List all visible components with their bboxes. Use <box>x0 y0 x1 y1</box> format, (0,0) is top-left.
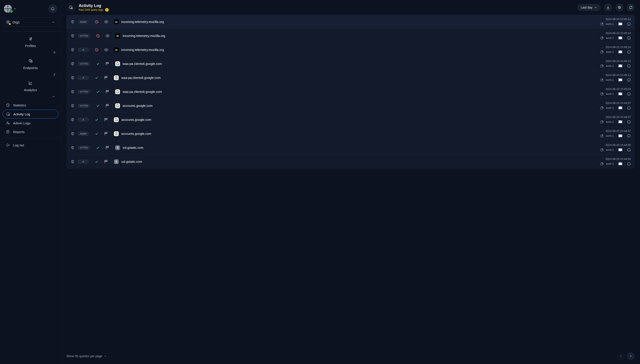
protocol-icon: DOH <box>70 132 75 136</box>
separator <box>93 146 93 150</box>
notifications-button[interactable] <box>48 4 57 13</box>
nav-logout[interactable]: Log out <box>3 141 58 149</box>
log-row[interactable]: DOHAaccounts.google.com2024-09-20 15:44:… <box>67 113 635 127</box>
country-flag-icon <box>618 64 622 67</box>
footer: Show 50 queries per page <box>61 349 640 364</box>
country-flag-icon <box>618 162 622 165</box>
nav-endpoints[interactable]: Endpoints 2 <box>3 57 58 78</box>
refresh-button[interactable] <box>627 4 635 11</box>
app-logo[interactable] <box>4 5 17 13</box>
log-right: 2024-09-20 15:45:13work-1 <box>600 60 631 68</box>
svg-rect-60 <box>107 146 108 148</box>
nav-admin-logs[interactable]: Admin Logs <box>3 119 58 127</box>
info-button[interactable] <box>627 92 631 96</box>
protocol-icon: DOH <box>70 104 75 108</box>
separator <box>624 120 625 124</box>
favicon-icon: m <box>115 34 120 38</box>
separator <box>93 90 93 94</box>
country-flag-icon <box>618 22 622 25</box>
endpoint-label: work-1 <box>606 134 614 138</box>
log-left: DOHA <box>70 76 119 80</box>
log-row[interactable]: DOHHTTPSwaa-pa.clients6.google.com2024-0… <box>67 57 635 71</box>
page-header: Activity Log Raw DNS query logs. ! Last … <box>61 0 640 15</box>
log-row[interactable]: DOHAAAAaccounts.google.com2024-09-20 15:… <box>67 127 635 141</box>
protocol-icon: DOH <box>70 118 75 122</box>
svg-point-0 <box>31 38 32 38</box>
domain-name: incoming.telemetry.mozilla.org <box>123 34 597 38</box>
page-size-selector[interactable]: Show 50 queries per page <box>67 354 107 358</box>
separator <box>112 34 113 38</box>
log-row[interactable]: DOHHTTPSSssl.gstatic.com2024-09-20 15:44… <box>67 141 635 155</box>
separator <box>103 90 103 94</box>
log-left: DOHHTTPS <box>70 62 120 66</box>
nav-reports[interactable]: Reports <box>3 128 58 136</box>
info-button[interactable] <box>627 36 631 40</box>
favicon-icon: S <box>115 145 120 150</box>
warning-badge-icon[interactable]: ! <box>105 8 109 12</box>
domain-name: accounts.google.com <box>123 104 597 108</box>
info-button[interactable] <box>627 134 631 138</box>
log-row[interactable]: DOHAwaa-pa.clients6.google.com2024-09-20… <box>67 71 635 85</box>
main: Activity Log Raw DNS query logs. ! Last … <box>61 0 640 364</box>
checkered-flag-icon <box>105 146 110 150</box>
log-right: 2024-09-20 15:45:03work-1 <box>600 88 631 96</box>
log-row[interactable]: DOHHTTPSmincoming.telemetry.mozilla.org2… <box>67 29 635 43</box>
svg-rect-35 <box>106 76 107 78</box>
checkered-flag-icon <box>104 76 108 80</box>
nav-profiles[interactable]: Profiles 6 <box>3 35 58 56</box>
meta-row: work-1 <box>600 64 631 68</box>
domain-name: ssl.gstatic.com <box>121 160 597 164</box>
timestamp: 2024-09-20 15:45:03 <box>605 88 631 91</box>
info-button[interactable] <box>627 64 631 68</box>
separator <box>111 118 111 122</box>
info-button[interactable] <box>627 78 631 82</box>
log-row[interactable]: DOHHTTPSaccounts.google.com2024-09-20 15… <box>67 99 635 113</box>
info-button[interactable] <box>627 120 631 124</box>
info-button[interactable] <box>627 106 631 110</box>
meta-row: work-1 <box>600 36 631 40</box>
separator <box>112 146 113 150</box>
svg-rect-40 <box>107 90 108 92</box>
org-avatar-icon: O <box>6 20 10 24</box>
log-row[interactable]: DOHAAAAmincoming.telemetry.mozilla.org20… <box>67 15 635 29</box>
nav-activity-log[interactable]: Activity Log <box>3 110 58 118</box>
nav-statistics[interactable]: Statistics <box>3 101 58 109</box>
log-row[interactable]: DOHHTTPSwaa-pa.clients6.google.com2024-0… <box>67 85 635 99</box>
endpoint-label: work-1 <box>606 36 614 40</box>
chevron-up-icon <box>52 95 55 98</box>
next-page-button[interactable] <box>627 352 635 360</box>
download-button[interactable] <box>604 4 612 11</box>
pagination <box>617 352 635 360</box>
info-button[interactable] <box>627 148 631 152</box>
nav-analytics[interactable]: Analytics <box>3 79 58 100</box>
privacy-icon <box>104 48 108 52</box>
chevron-down-icon <box>104 354 107 358</box>
privacy-icon <box>105 34 110 38</box>
log-left: DOHAS <box>70 159 119 164</box>
log-row[interactable]: DOHASssl.gstatic.com2024-09-20 15:44:50w… <box>67 155 635 169</box>
separator <box>93 34 93 38</box>
svg-rect-64 <box>105 160 106 162</box>
info-button[interactable] <box>627 50 631 54</box>
time-range-selector[interactable]: Last day <box>577 4 601 11</box>
status-allowed-icon <box>95 76 99 80</box>
country-flag-icon <box>618 134 622 137</box>
protocol-icon: DOH <box>70 160 75 164</box>
org-selector[interactable]: O Org1 <box>3 18 58 27</box>
favicon-icon <box>114 117 119 122</box>
bell-icon <box>51 7 55 11</box>
country-flag-icon <box>618 106 622 109</box>
timestamp: 2024-09-20 15:44:57 <box>605 130 631 132</box>
chevron-right-icon <box>629 354 632 358</box>
log-right: 2024-09-20 15:45:14work-1 <box>600 46 631 54</box>
prev-page-button[interactable] <box>617 352 625 360</box>
timestamp: 2024-09-20 15:45:14 <box>605 18 631 21</box>
info-button[interactable] <box>627 162 631 166</box>
copy-button[interactable] <box>615 4 623 11</box>
query-type-badge: HTTPS <box>77 34 91 38</box>
info-button[interactable] <box>627 22 631 26</box>
separator <box>624 148 625 152</box>
domain-name: accounts.google.com <box>121 118 597 122</box>
meta-row: work-1 <box>600 134 631 138</box>
log-row[interactable]: DOHAmincoming.telemetry.mozilla.org2024-… <box>67 43 635 57</box>
